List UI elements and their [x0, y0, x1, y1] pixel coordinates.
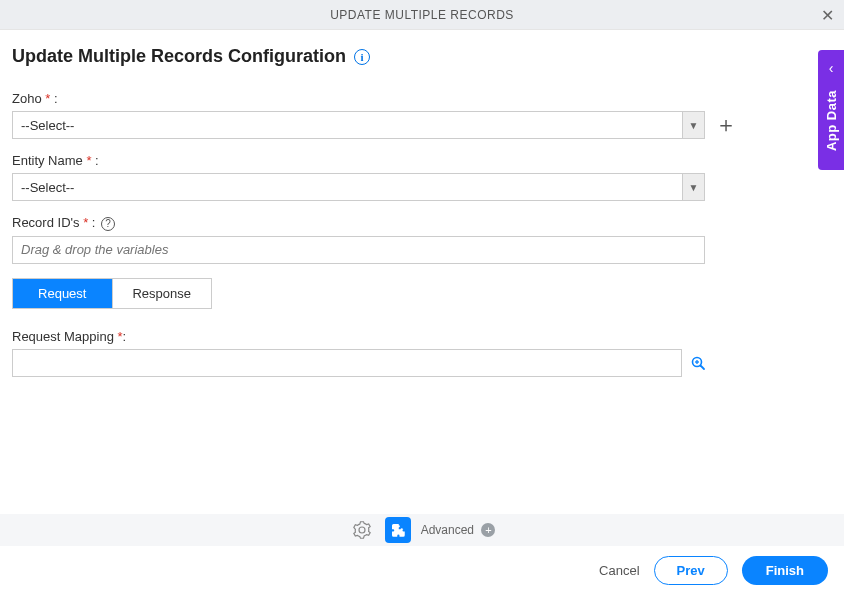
cancel-button[interactable]: Cancel — [599, 563, 639, 578]
dialog-header: UPDATE MULTIPLE RECORDS ✕ — [0, 0, 844, 30]
chevron-down-icon: ▼ — [682, 112, 704, 138]
prev-button[interactable]: Prev — [654, 556, 728, 585]
request-mapping-input[interactable] — [12, 349, 682, 377]
help-icon[interactable]: ? — [101, 217, 115, 231]
finish-button[interactable]: Finish — [742, 556, 828, 585]
app-data-panel-toggle[interactable]: ‹ App Data — [818, 50, 844, 170]
tab-response[interactable]: Response — [112, 279, 212, 308]
zoho-select[interactable]: --Select-- ▼ — [12, 111, 705, 139]
puzzle-icon[interactable] — [385, 517, 411, 543]
request-mapping-label: Request Mapping *: — [12, 329, 832, 344]
tab-request[interactable]: Request — [13, 279, 112, 308]
field-request-mapping: Request Mapping *: — [12, 329, 832, 377]
page-title-row: Update Multiple Records Configuration i — [12, 46, 832, 67]
req-resp-tabs: Request Response — [12, 278, 212, 309]
record-ids-input[interactable] — [12, 236, 705, 264]
info-icon[interactable]: i — [354, 49, 370, 65]
page-title: Update Multiple Records Configuration — [12, 46, 346, 67]
zoho-label: Zoho * : — [12, 91, 832, 106]
content-area: Update Multiple Records Configuration i … — [0, 30, 844, 377]
svg-line-1 — [701, 365, 705, 369]
bottom-toolbar: Advanced + — [0, 514, 844, 546]
field-entity: Entity Name * : --Select-- ▼ — [12, 153, 832, 201]
dialog-title: UPDATE MULTIPLE RECORDS — [330, 8, 514, 22]
close-icon[interactable]: ✕ — [821, 5, 835, 24]
entity-label: Entity Name * : — [12, 153, 832, 168]
chevron-down-icon: ▼ — [682, 174, 704, 200]
view-mapping-icon[interactable] — [690, 355, 706, 371]
app-data-label: App Data — [824, 90, 839, 151]
field-record-ids: Record ID's * : ? — [12, 215, 832, 264]
entity-select-value: --Select-- — [13, 180, 682, 195]
advanced-label[interactable]: Advanced + — [421, 523, 496, 538]
add-zoho-icon[interactable]: ＋ — [715, 114, 737, 136]
gear-icon[interactable] — [349, 517, 375, 543]
field-zoho: Zoho * : --Select-- ▼ ＋ — [12, 91, 832, 139]
plus-circle-icon: + — [481, 523, 495, 537]
record-ids-label: Record ID's * : ? — [12, 215, 832, 231]
footer: Cancel Prev Finish — [0, 546, 844, 594]
chevron-left-icon: ‹ — [829, 60, 834, 76]
zoho-select-value: --Select-- — [13, 118, 682, 133]
entity-select[interactable]: --Select-- ▼ — [12, 173, 705, 201]
